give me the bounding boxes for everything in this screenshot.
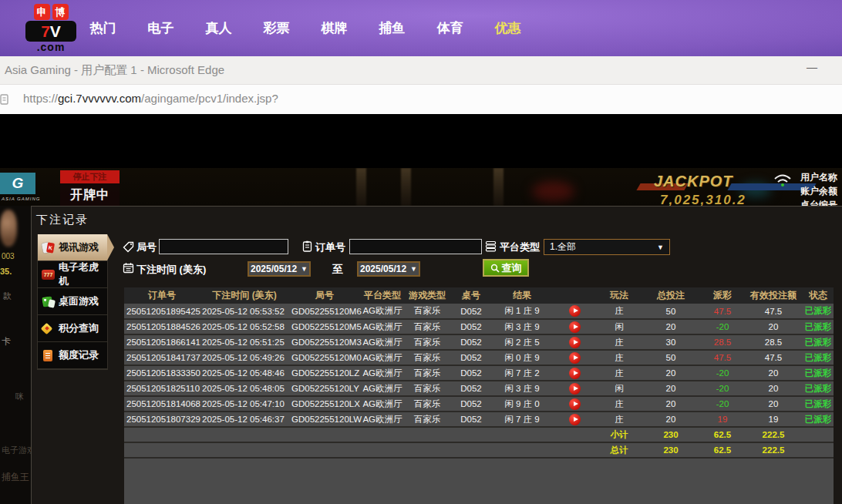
order-no-input[interactable] [349,239,482,254]
sidebar-item-slots[interactable]: 电子老虎机 [38,261,107,288]
cell-status: 已派彩 [803,381,834,396]
replay-play-button[interactable] [569,368,581,379]
address-bar[interactable]: https://gci.7vvvvvv.com/agingame/pcv1/in… [23,92,278,105]
cell-round-no: GD052255120M3 [289,334,360,350]
cell-total-bet: 20 [641,396,701,412]
cell-play-type: 庄 [598,334,641,350]
replay-play-button[interactable] [569,305,581,317]
cell-replay [551,365,598,381]
bet-time-label: 下注时间 (美东) [136,263,206,277]
cell-game-type: 百家乐 [405,396,450,412]
cell-total-bet: 20 [641,365,701,381]
screen: 申 博 7 V .com 热门 电子 真人 彩票 棋牌 捕鱼 体育 [0,0,842,504]
cell-round-no: GD052255120M0 [289,350,360,365]
search-icon [490,264,500,273]
cell-valid-bet: 47.5 [744,304,803,319]
subtotal-label: 小计 [598,427,641,442]
col-round-no: 局号 [289,287,360,304]
cell-platform: AG欧洲厅 [360,319,405,334]
table-games-icon [42,295,55,308]
cell-play-type: 庄 [598,304,641,319]
order-no-label: 订单号 [315,240,345,254]
diamond-icon [42,322,55,335]
cell-valid-bet: 28.5 [744,334,803,350]
cell-game-type: 百家乐 [405,304,450,319]
cell-replay [551,334,598,350]
round-no-input[interactable] [159,239,288,254]
nav-item[interactable]: 电子 [132,19,190,37]
sidebar-item-table-games[interactable]: 桌面游戏 [38,288,107,315]
cell-total-bet: 20 [641,381,701,396]
cell-status: 已派彩 [803,365,834,381]
to-label: 至 [332,263,343,277]
cell-platform: AG欧洲厅 [360,381,405,396]
col-result: 结果 [493,287,551,304]
col-payout: 派彩 [701,287,744,304]
platform-type-select[interactable]: 1.全部 ▼ [544,239,670,255]
browser-titlebar: Asia Gaming - 用户配置 1 - Microsoft Edge — [0,56,842,85]
replay-play-button[interactable] [569,337,581,348]
cell-platform: AG欧洲厅 [360,350,405,365]
replay-play-button[interactable] [569,321,581,333]
tag-icon [123,241,134,253]
cell-payout: -20 [701,365,744,381]
chevron-down-icon: ▼ [301,265,308,273]
minimize-button[interactable]: — [807,61,817,73]
nav-item[interactable]: 棋牌 [305,19,363,37]
nav-item[interactable]: 彩票 [248,19,305,37]
nav-item[interactable]: 热门 [74,19,132,37]
replay-play-button[interactable] [569,352,581,364]
cell-result: 闲 3 庄 9 [493,381,551,396]
cell-payout: -20 [701,381,744,396]
col-replay [551,287,598,304]
col-total-bet: 总投注 [641,287,701,304]
nav-item[interactable]: 优惠 [479,19,537,37]
cell-order-no: 250512051884526 [124,319,200,334]
dealing-status: 开牌中 [60,183,120,206]
subtotal-row: 小计 230 62.5 222.5 [124,427,834,442]
replay-play-button[interactable] [569,398,581,410]
date-from-value: 2025/05/12 [251,264,297,274]
cell-result: 闲 9 庄 0 [493,396,551,412]
cell-bet-time: 2025-05-12 05:48:46 [200,365,289,381]
cell-bet-time: 2025-05-12 05:52:58 [200,319,289,334]
query-button[interactable]: 查询 [483,259,529,277]
query-button-label: 查询 [502,261,522,275]
cell-replay [551,319,598,334]
logo-name: 7 V [25,21,76,42]
logo-badges: 申 博 [19,4,83,20]
site-logo[interactable]: 申 博 7 V .com [19,4,83,53]
cell-status: 已派彩 [803,396,834,412]
replay-play-button[interactable] [569,383,581,395]
date-to-picker[interactable]: 2025/05/12 ▼ [357,261,420,277]
cell-replay [551,350,598,365]
cell-game-type: 百家乐 [405,319,450,334]
cell-status: 已派彩 [803,304,834,319]
chevron-down-icon: ▼ [410,265,417,273]
cell-bet-time: 2025-05-12 05:47:10 [200,396,289,412]
promo-navbar: 申 博 7 V .com 热门 电子 真人 彩票 棋牌 捕鱼 体育 [0,0,842,56]
cell-table-no: D052 [450,350,493,365]
cell-game-type: 百家乐 [405,365,450,381]
cell-table-no: D052 [450,334,493,350]
sidebar-item-points-query[interactable]: 积分查询 [38,315,107,342]
wifi-icon [773,173,793,188]
platform-type-value: 1.全部 [550,240,576,254]
col-table-no: 桌号 [450,287,493,304]
clipboard-icon [301,240,313,252]
sidebar-item-live-games[interactable]: 视讯游戏 [38,234,107,261]
cell-table-no: D052 [450,381,493,396]
date-from-picker[interactable]: 2025/05/12 ▼ [248,261,311,277]
nav-item[interactable]: 捕鱼 [363,19,421,37]
sidebar-item-credit-records[interactable]: 额度记录 [38,342,107,369]
nav-item[interactable]: 体育 [421,19,479,37]
replay-play-button[interactable] [569,414,581,425]
background-face-decor [0,210,17,247]
black-band [0,114,842,168]
cell-replay [551,304,598,319]
subtotal-payout: 62.5 [701,427,744,442]
nav-item[interactable]: 真人 [190,19,248,37]
cell-play-type: 庄 [598,396,641,412]
main-menu: 热门 电子 真人 彩票 棋牌 捕鱼 体育 优惠 [74,0,537,56]
col-order-no: 订单号 [124,287,200,304]
